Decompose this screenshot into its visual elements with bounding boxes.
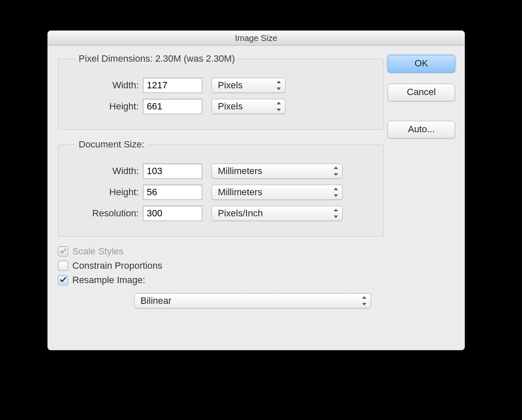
pixel-width-label: Width: (67, 80, 143, 91)
doc-resolution-unit-value: Pixels/Inch (218, 208, 263, 219)
pixel-width-input[interactable] (143, 78, 202, 93)
resample-image-label: Resample Image: (72, 275, 145, 286)
resample-method-select[interactable]: Bilinear (134, 293, 371, 308)
pixel-width-unit-value: Pixels (218, 80, 243, 91)
doc-resolution-row: Resolution: Pixels/Inch (67, 206, 375, 221)
pixel-width-unit-select[interactable]: Pixels (212, 78, 286, 93)
pixel-height-input[interactable] (143, 99, 202, 114)
pixel-height-unit-select[interactable]: Pixels (212, 99, 286, 114)
chevron-updown-icon (276, 102, 282, 111)
chevron-updown-icon (276, 81, 282, 90)
doc-resolution-input[interactable] (143, 206, 202, 221)
pixel-width-row: Width: Pixels (67, 78, 375, 93)
button-column: OK Cancel Auto... (387, 55, 454, 139)
doc-height-unit-value: Millimeters (218, 187, 262, 198)
document-size-legend: Document Size: (75, 139, 148, 150)
pixel-dimensions-legend: Pixel Dimensions: 2.30M (was 2.30M) (75, 53, 238, 64)
doc-width-unit-value: Millimeters (218, 166, 262, 177)
doc-height-row: Height: Millimeters (67, 185, 375, 200)
resample-image-checkbox[interactable] (58, 275, 68, 285)
scale-styles-row: Scale Styles (58, 246, 384, 257)
window-title: Image Size (48, 31, 464, 46)
resample-image-row[interactable]: Resample Image: (58, 275, 384, 286)
main-column: Pixel Dimensions: 2.30M (was 2.30M) Widt… (58, 53, 384, 308)
doc-resolution-unit-select[interactable]: Pixels/Inch (212, 206, 343, 221)
doc-width-label: Width: (67, 166, 143, 177)
scale-styles-checkbox (58, 246, 68, 256)
doc-width-unit-select[interactable]: Millimeters (212, 164, 343, 179)
constrain-proportions-row[interactable]: Constrain Proportions (58, 260, 384, 271)
chevron-updown-icon (361, 296, 367, 305)
scale-styles-label: Scale Styles (72, 246, 124, 257)
doc-height-label: Height: (67, 187, 143, 198)
cancel-button[interactable]: Cancel (387, 84, 455, 101)
dialog-content: Pixel Dimensions: 2.30M (was 2.30M) Widt… (48, 46, 464, 65)
doc-height-unit-select[interactable]: Millimeters (212, 185, 343, 200)
checkmark-icon (59, 276, 67, 284)
document-size-group: Document Size: Width: Millimeters Height… (58, 139, 384, 237)
chevron-updown-icon (333, 188, 339, 197)
pixel-dimensions-group: Pixel Dimensions: 2.30M (was 2.30M) Widt… (58, 53, 384, 130)
checkmark-icon (59, 247, 67, 255)
resample-method-row: Bilinear (134, 293, 384, 308)
chevron-updown-icon (333, 166, 339, 176)
ok-button[interactable]: OK (387, 55, 455, 73)
chevron-updown-icon (333, 209, 339, 218)
pixel-height-unit-value: Pixels (218, 101, 243, 112)
constrain-proportions-checkbox[interactable] (58, 261, 68, 271)
image-size-dialog: Image Size Pixel Dimensions: 2.30M (was … (47, 30, 465, 350)
doc-width-input[interactable] (143, 164, 202, 179)
pixel-height-row: Height: Pixels (67, 99, 375, 114)
pixel-height-label: Height: (67, 101, 143, 112)
doc-height-input[interactable] (143, 185, 202, 200)
resample-method-value: Bilinear (140, 295, 171, 306)
doc-width-row: Width: Millimeters (67, 164, 375, 179)
auto-button[interactable]: Auto... (387, 121, 455, 139)
doc-resolution-label: Resolution: (67, 208, 143, 219)
constrain-proportions-label: Constrain Proportions (72, 260, 162, 271)
